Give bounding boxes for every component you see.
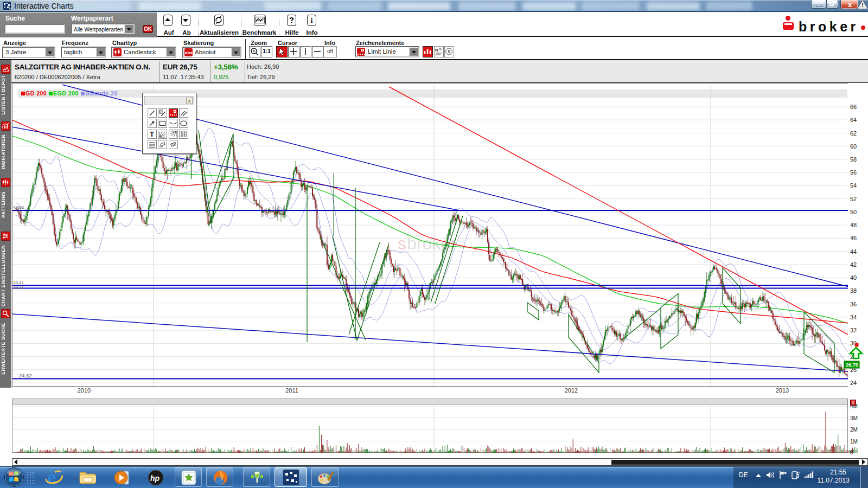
svg-text:T: T — [150, 130, 154, 138]
svg-text:50: 50 — [850, 209, 857, 215]
svg-text:3M: 3M — [850, 415, 858, 421]
svg-text:2012: 2012 — [565, 387, 578, 394]
svg-text:hp: hp — [150, 474, 160, 483]
svg-text:44: 44 — [850, 248, 857, 255]
svg-text:62: 62 — [850, 130, 857, 137]
svg-text:36: 36 — [850, 301, 857, 307]
svg-text:42: 42 — [850, 261, 857, 268]
svg-text:40: 40 — [850, 274, 857, 281]
svg-text:1M: 1M — [850, 439, 858, 445]
svg-text:52: 52 — [850, 196, 857, 202]
svg-text:46: 46 — [850, 235, 857, 241]
svg-text:64: 64 — [850, 117, 857, 123]
svg-text:60: 60 — [850, 143, 857, 150]
svg-text:58: 58 — [850, 156, 857, 163]
svg-text:2010: 2010 — [78, 387, 91, 394]
svg-text:2M: 2M — [850, 427, 858, 433]
svg-text:I: I — [160, 110, 161, 113]
svg-text:2011: 2011 — [285, 387, 298, 394]
svg-text:24: 24 — [850, 380, 857, 386]
svg-text:56: 56 — [850, 169, 857, 176]
svg-text:66: 66 — [850, 104, 857, 110]
svg-text:32: 32 — [850, 327, 857, 333]
svg-text:54: 54 — [850, 182, 857, 189]
svg-text:26,75: 26,75 — [846, 362, 858, 368]
svg-text:2013: 2013 — [776, 387, 789, 394]
svg-text:34: 34 — [850, 314, 857, 320]
svg-text:48: 48 — [850, 222, 857, 228]
svg-text:0: 0 — [850, 450, 853, 455]
svg-text:38: 38 — [850, 287, 857, 294]
